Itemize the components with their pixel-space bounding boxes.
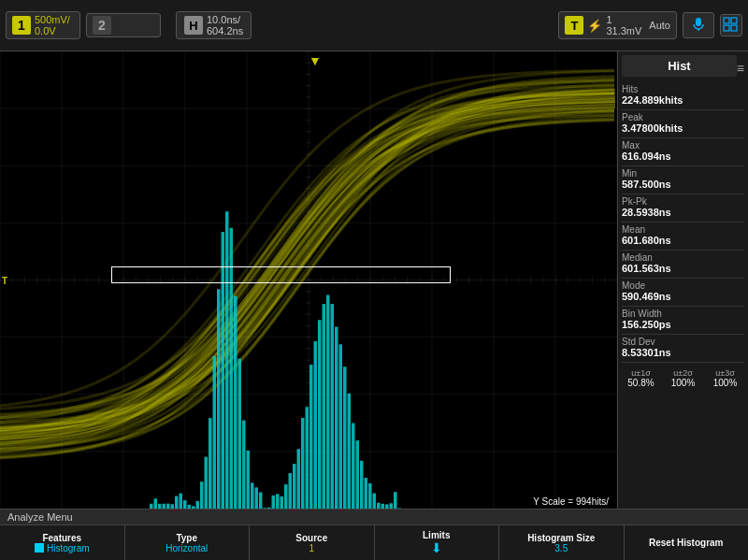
- histogram-size-button[interactable]: Histogram Size 3.5: [499, 525, 625, 560]
- trig-values: 1 31.3mV: [606, 14, 641, 36]
- sigma3-col: u±3σ 100%: [706, 368, 744, 388]
- divider6: [622, 250, 744, 251]
- svg-rect-2: [724, 18, 729, 23]
- divider4: [622, 194, 744, 194]
- divider5: [622, 222, 744, 223]
- pkpk-row: Pk-Pk 28.5938ns: [622, 196, 744, 218]
- ch1-number: 1: [12, 16, 31, 35]
- divider8: [622, 306, 744, 307]
- ch1-block[interactable]: 1 500mV/ 0.0V: [6, 11, 80, 39]
- peak-row: Peak 3.47800khits: [622, 112, 744, 134]
- svg-rect-0: [696, 18, 701, 26]
- bottom-controls: Features Histogram Type Horizontal Sourc…: [0, 525, 748, 560]
- source-button[interactable]: Source 1: [250, 525, 375, 560]
- median-row: Median 601.563ns: [622, 252, 744, 274]
- features-button[interactable]: Features Histogram: [0, 525, 125, 560]
- sigma2-col: u±2σ 100%: [664, 368, 702, 388]
- divider10: [622, 362, 744, 363]
- mode-row: Mode 590.469ns: [622, 280, 744, 302]
- analyze-menu-bar[interactable]: Analyze Menu: [0, 510, 748, 525]
- t-marker: T: [2, 275, 7, 285]
- side-panel: Hist ≡ Hits 224.889khits Peak 3.47800khi…: [617, 51, 748, 509]
- scope-display: T ▼: [0, 51, 617, 509]
- h-block[interactable]: H 10.0ns/ 604.2ns: [176, 11, 252, 39]
- cursor-box: [111, 266, 451, 283]
- mic-icon: [691, 17, 706, 32]
- divider3: [622, 165, 744, 166]
- divider7: [622, 278, 744, 279]
- acq-button[interactable]: [683, 12, 714, 38]
- limits-button[interactable]: Limits ⬇: [375, 525, 500, 560]
- h-values: 10.0ns/ 604.2ns: [207, 14, 243, 36]
- main-area: T ▼ Hist ≡ Hits 224.889khits Peak 3.4780…: [0, 51, 748, 509]
- trig-flash-icon: ⚡: [587, 19, 602, 33]
- ch2-block[interactable]: 2: [86, 13, 161, 37]
- type-button[interactable]: Type Horizontal: [125, 525, 251, 560]
- divider9: [622, 334, 744, 335]
- trig-position-arrow: ▼: [309, 53, 322, 68]
- trig-mode: Auto: [649, 20, 670, 31]
- max-row: Max 616.094ns: [622, 140, 744, 162]
- hist-color-box: [35, 543, 44, 553]
- svg-rect-4: [724, 25, 729, 31]
- y-scale-text: Y Scale = 994hits/: [529, 495, 612, 508]
- hits-row: Hits 224.889khits: [622, 84, 744, 106]
- panel-icon-row: ≡: [737, 61, 744, 76]
- h-label: H: [184, 16, 203, 35]
- stddev-row: Std Dev 8.53301ns: [622, 337, 744, 358]
- svg-rect-3: [731, 18, 737, 23]
- histogram-indicator: Histogram: [35, 543, 90, 553]
- sigma-row: u±1σ 50.8% u±2σ 100% u±3σ 100%: [622, 368, 744, 388]
- reset-histogram-button[interactable]: Reset Histogram: [625, 525, 749, 560]
- panel-settings-icon[interactable]: ≡: [737, 61, 744, 76]
- top-toolbar: 1 500mV/ 0.0V 2 H 10.0ns/ 604.2ns T ⚡ 1 …: [0, 0, 748, 51]
- sigma1-col: u±1σ 50.8%: [622, 368, 660, 388]
- mean-row: Mean 601.680ns: [622, 224, 744, 246]
- bottom-toolbar: Analyze Menu Features Histogram Type Hor…: [0, 509, 748, 560]
- grid-icon: [723, 17, 740, 34]
- divider1: [622, 109, 744, 110]
- divider2: [622, 137, 744, 138]
- svg-rect-5: [731, 25, 737, 31]
- grid-icon-block[interactable]: [720, 14, 742, 36]
- trig-label: T: [565, 16, 583, 35]
- ch1-values: 500mV/ 0.0V: [35, 14, 70, 36]
- ch2-number: 2: [93, 16, 111, 35]
- binwidth-row: Bin Width 156.250ps: [622, 309, 744, 330]
- trig-block[interactable]: T ⚡ 1 31.3mV Auto: [558, 11, 677, 39]
- min-row: Min 587.500ns: [622, 168, 744, 190]
- panel-title: Hist: [622, 55, 737, 77]
